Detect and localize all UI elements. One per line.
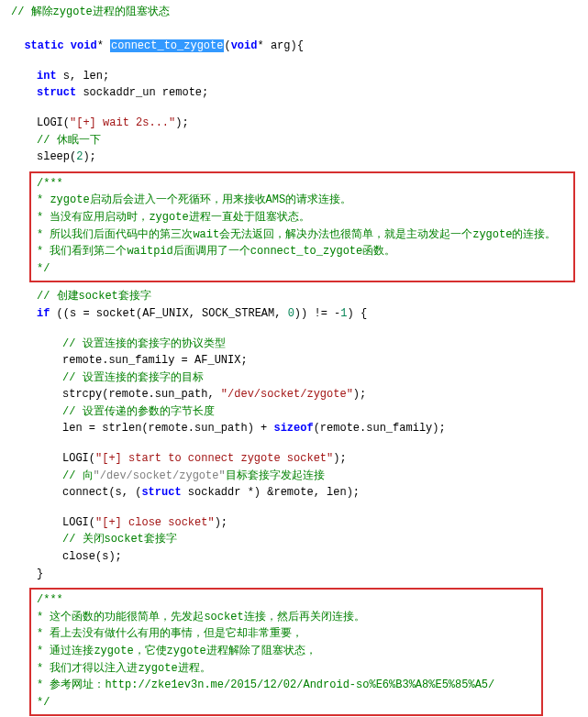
comment-sleep: // 休眠一下 — [11, 132, 588, 149]
kw-void: void — [71, 39, 97, 52]
comment-line: // 解除zygote进程的阻塞状态 — [11, 4, 588, 21]
comment-c2: // 设置连接的套接字的目标 — [11, 370, 588, 387]
string-literal: "[+] wait 2s..." — [70, 116, 175, 129]
box1-l5: * 我们看到第二个waitpid后面调用了一个connect_to_zygote… — [37, 243, 568, 260]
decl-int: int s, len; — [11, 68, 588, 85]
decl-rest: sockaddr_un remote; — [76, 86, 208, 99]
sleep-call: sleep(2); — [11, 149, 588, 166]
logi-fn: LOGI( — [62, 452, 95, 465]
string-literal: "[+] start to connect zygote socket" — [95, 452, 333, 465]
c4c: 目标套接字发起连接 — [226, 469, 325, 482]
tail: ); — [175, 116, 188, 129]
string-literal: "/dev/socket/zygote" — [221, 388, 353, 401]
box2-l2: * 这个函数的功能很简单，先发起socket连接，然后再关闭连接。 — [37, 609, 536, 626]
if-mid: ((s = socket(AF_UNIX, SOCK_STREAM, — [50, 307, 287, 320]
comment-socket: // 创建socket套接字 — [11, 288, 588, 305]
tail: ); — [333, 452, 346, 465]
comment-c3: // 设置传递的参数的字节长度 — [11, 403, 588, 421]
if-tail: ) { — [347, 307, 367, 320]
logi-fn: LOGI( — [62, 516, 95, 529]
len-line: len = strlen(remote.sun_path) + sizeof(r… — [11, 420, 588, 437]
sleep-fn: sleep( — [37, 150, 76, 163]
box1-l3: * 当没有应用启动时，zygote进程一直处于阻塞状态。 — [37, 209, 568, 226]
decl-rest: s, len; — [57, 70, 110, 83]
box1-l4: * 所以我们后面代码中的第三次wait会无法返回，解决办法也很简单，就是主动发起… — [37, 226, 568, 244]
comment-c4: // 向"/dev/socket/zygote"目标套接字发起连接 — [11, 468, 588, 485]
string-literal: "[+] close socket" — [95, 516, 215, 529]
logi-call-1: LOGI("[+] wait 2s..."); — [11, 115, 588, 132]
decl-struct: struct sockaddr_un remote; — [11, 84, 588, 102]
tail: ); — [353, 388, 366, 401]
c4b-string: "/dev/socket/zygote" — [94, 469, 226, 482]
box1-l1: /*** — [37, 175, 568, 193]
close-call: close(s); — [11, 548, 588, 566]
c4a: // 向 — [62, 469, 94, 482]
kw-if: if — [37, 307, 50, 320]
len-head: len = strlen(remote.sun_path) + — [62, 422, 273, 435]
box2-l1: /*** — [37, 591, 536, 609]
kw-sizeof: sizeof — [273, 422, 313, 435]
box2-l6: * 参考网址：http://zke1ev3n.me/2015/12/02/And… — [37, 677, 536, 694]
logi-call-2: LOGI("[+] start to connect zygote socket… — [11, 450, 588, 468]
comment-c5: // 关闭socket套接字 — [11, 531, 588, 548]
box2-l3: * 看上去没有做什么有用的事情，但是它却非常重要， — [37, 625, 536, 643]
strcpy-head: strcpy(remote.sun_path, — [62, 388, 221, 401]
box1-l2: * zygote启动后会进入一个死循环，用来接收AMS的请求连接。 — [37, 192, 568, 209]
kw-void2: void — [231, 39, 258, 52]
paren-open: ( — [224, 39, 230, 52]
connect-tail: sockaddr *) &remote, len); — [182, 486, 360, 499]
box1-l6: */ — [37, 260, 568, 278]
connect-head: connect(s, ( — [62, 486, 141, 499]
logi-call-3: LOGI("[+] close socket"); — [11, 514, 588, 532]
if-line: if ((s = socket(AF_UNIX, SOCK_STREAM, 0)… — [11, 305, 588, 323]
remote-family: remote.sun_family = AF_UNIX; — [11, 352, 588, 370]
brace-close-if: } — [11, 566, 588, 583]
star2: * — [257, 39, 263, 52]
star: * — [97, 39, 104, 52]
comment-c1: // 设置连接的套接字的协议类型 — [11, 336, 588, 353]
function-signature: static void* connect_to_zygote(void* arg… — [11, 21, 588, 55]
box2-l7: */ — [37, 694, 536, 711]
kw-struct: struct — [37, 86, 76, 99]
kw-static: static — [24, 39, 63, 52]
tail: ); — [215, 516, 227, 529]
comment-box-1: /*** * zygote启动后会进入一个死循环，用来接收AMS的请求连接。 *… — [29, 171, 575, 283]
box2-l4: * 通过连接zygote，它使zygote进程解除了阻塞状态， — [37, 643, 536, 660]
strcpy-call: strcpy(remote.sun_path, "/dev/socket/zyg… — [11, 386, 588, 403]
num: 0 — [288, 307, 294, 320]
box2-l5: * 我们才得以注入进zygote进程。 — [37, 660, 536, 678]
kw-int: int — [37, 70, 57, 83]
if-mid2: )) != - — [294, 307, 340, 320]
function-name-highlight: connect_to_zygote — [110, 39, 224, 52]
connect-call: connect(s, (struct sockaddr *) &remote, … — [11, 484, 588, 502]
logi-fn: LOGI( — [37, 116, 70, 129]
len-tail: (remote.sun_family); — [314, 422, 446, 435]
arg-rest: arg){ — [264, 39, 304, 52]
kw-struct: struct — [141, 486, 181, 499]
tail: ); — [83, 150, 95, 163]
comment-box-2: /*** * 这个函数的功能很简单，先发起socket连接，然后再关闭连接。 *… — [29, 588, 543, 716]
